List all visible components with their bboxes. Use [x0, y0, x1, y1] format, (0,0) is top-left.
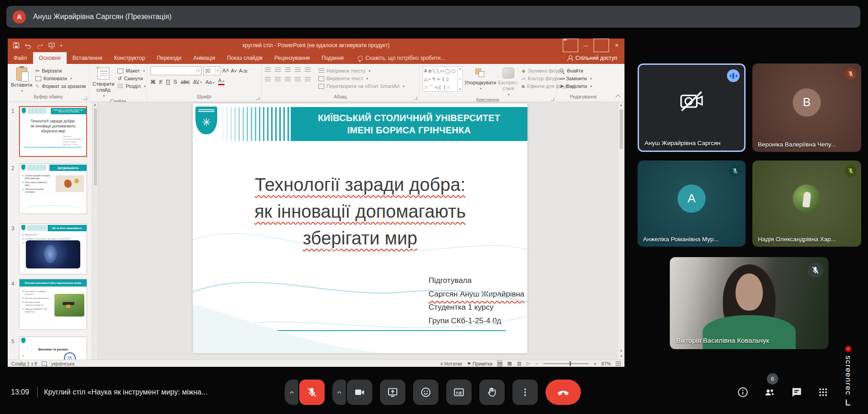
- slideshow-icon[interactable]: [49, 42, 55, 49]
- raise-hand-button[interactable]: [479, 380, 505, 405]
- align-center-icon[interactable]: [275, 77, 281, 83]
- end-call-button[interactable]: [546, 380, 581, 405]
- grow-font-button[interactable]: А˄: [222, 68, 229, 74]
- scroll-up-arrow[interactable]: ▲: [619, 103, 623, 107]
- meeting-details-button[interactable]: [737, 386, 749, 398]
- mic-options-button[interactable]: [285, 380, 298, 405]
- reactions-button[interactable]: [413, 380, 439, 405]
- drawing-dialog-launcher[interactable]: [551, 97, 554, 101]
- select-button[interactable]: ➤Виділити▾: [560, 83, 592, 89]
- next-slide-button[interactable]: ▼: [620, 355, 623, 358]
- camera-options-button[interactable]: [332, 380, 346, 405]
- text-direction-button[interactable]: Напрямок тексту▾: [318, 68, 405, 74]
- notes-toggle[interactable]: ≡ Нотатки: [440, 361, 462, 366]
- tab-transitions[interactable]: Переходи: [151, 52, 187, 64]
- people-button[interactable]: [764, 386, 775, 398]
- shadow-button[interactable]: S: [174, 79, 177, 85]
- minimize-button[interactable]: —: [578, 39, 594, 52]
- more-options-button[interactable]: [512, 380, 538, 405]
- bold-button[interactable]: Ж: [151, 79, 156, 85]
- slide-thumbnail-2[interactable]: Актуальність Сучасні конфлікти складні, …: [19, 163, 87, 214]
- line-spacing-icon[interactable]: [305, 68, 311, 73]
- current-slide[interactable]: ✳ КИЇВСЬКИЙ СТОЛИЧНИЙ УНІВЕРСИТЕТ ІМЕНІ …: [193, 103, 527, 353]
- underline-button[interactable]: П: [166, 79, 170, 85]
- align-text-button[interactable]: Вирівняти текст▾: [318, 76, 405, 82]
- save-icon[interactable]: [13, 42, 20, 49]
- slideshow-button[interactable]: ▷: [527, 360, 530, 366]
- previous-slide-button[interactable]: ▲: [620, 349, 623, 352]
- font-color-button[interactable]: A▾: [218, 78, 224, 85]
- zoom-slider[interactable]: [543, 363, 589, 364]
- slide-thumbnail-1[interactable]: КИЇВСЬКИЙ СТОЛИЧНИЙ УНІВЕРСИТЕТ ІМЕНІ БО…: [19, 106, 87, 157]
- increase-indent-icon[interactable]: [295, 68, 301, 73]
- replace-button[interactable]: abЗамінити▾: [560, 76, 592, 82]
- camera-button[interactable]: [347, 380, 372, 405]
- tab-slideshow[interactable]: Показ слайдів: [221, 52, 268, 64]
- participant-tile-viktoriia-video[interactable]: Вікторія Василівна Ковальчук: [670, 257, 829, 349]
- tab-home[interactable]: Основне: [33, 52, 67, 64]
- tab-design[interactable]: Конструктор: [108, 52, 151, 64]
- captions-button[interactable]: [446, 380, 472, 405]
- find-button[interactable]: Знайти: [560, 68, 592, 74]
- comments-toggle[interactable]: ⚑ Примітки: [467, 361, 493, 366]
- slide-sorter-button[interactable]: ▦: [507, 360, 512, 366]
- participant-tile-veronika[interactable]: В Вероніка Валеріївна Чепу...: [752, 63, 861, 152]
- powerpoint-titlebar[interactable]: ▾ круглий стіл - PowerPoint (не вдалося …: [8, 39, 624, 52]
- align-right-icon[interactable]: [285, 77, 291, 83]
- font-name-combo[interactable]: ▾: [151, 66, 201, 75]
- tab-file[interactable]: Файл: [8, 52, 33, 64]
- cut-button[interactable]: ✂Вирізати: [35, 68, 86, 74]
- format-painter-button[interactable]: ✎Формат за зразком: [35, 83, 86, 89]
- bullets-icon[interactable]: [265, 68, 271, 73]
- strikethrough-button[interactable]: abc: [181, 79, 190, 85]
- reset-button[interactable]: ↺Скинути: [117, 76, 146, 82]
- undo-icon[interactable]: [25, 42, 31, 49]
- tab-insert[interactable]: Вставлення: [67, 52, 108, 64]
- reading-view-button[interactable]: ▥: [517, 360, 522, 366]
- scroll-up-arrow[interactable]: ▲: [93, 103, 97, 106]
- font-dialog-launcher[interactable]: [256, 97, 259, 100]
- zoom-level[interactable]: 87%: [601, 361, 611, 366]
- ribbon-display-options-button[interactable]: [563, 39, 578, 52]
- decrease-indent-icon[interactable]: [285, 68, 291, 73]
- shapes-gallery[interactable]: A≣╲╲▭◯▢△⌐↰⇨⇩▯☆⌒∿{ }☆ ▲≡▼: [423, 66, 463, 92]
- thumbnails-scrollbar[interactable]: ▲: [92, 102, 98, 360]
- participant-tile-nadiia[interactable]: Надія Олександрівна Хар...: [752, 161, 861, 247]
- clear-formatting-button[interactable]: А⌫: [239, 68, 248, 73]
- participant-tile-anush[interactable]: Ануш Жирайрівна Саргсян: [638, 63, 746, 152]
- convert-smartart-button[interactable]: Перетворити на об'єкт SmartArt▾: [318, 83, 405, 89]
- normal-view-button[interactable]: ▤: [497, 360, 502, 366]
- activities-button[interactable]: [817, 386, 829, 398]
- present-button[interactable]: [380, 380, 405, 405]
- quick-styles-button[interactable]: Експрес-стилі▾: [498, 66, 518, 97]
- copy-button[interactable]: Копіювати▾: [35, 76, 86, 82]
- tab-animations[interactable]: Анімація: [187, 52, 221, 64]
- slide-scrollbar[interactable]: ▲ ▲ ▼: [618, 102, 624, 360]
- tab-view[interactable]: Подання: [316, 52, 349, 64]
- maximize-button[interactable]: [594, 39, 609, 52]
- new-slide-button[interactable]: Створити слайд▾: [93, 66, 114, 99]
- change-case-button[interactable]: Aa▾: [205, 79, 214, 85]
- slide-thumbnail-5[interactable]: Виклики та ризики ⚖: [19, 336, 87, 360]
- shrink-font-button[interactable]: А˅: [231, 68, 237, 73]
- close-button[interactable]: ✕: [609, 39, 624, 52]
- slide-thumbnail-4[interactable]: Основні можливості ШІ у миротворчих місі…: [19, 279, 87, 330]
- italic-button[interactable]: К: [159, 79, 162, 85]
- shapes-scrollbar[interactable]: ▲≡▼: [457, 67, 462, 91]
- proofing-icon[interactable]: [42, 361, 47, 366]
- paste-button[interactable]: Вставити▾: [11, 66, 32, 94]
- layout-button[interactable]: Макет▾: [117, 68, 146, 74]
- chat-button[interactable]: [790, 386, 802, 398]
- zoom-out-button[interactable]: −: [536, 361, 538, 366]
- tell-me-box[interactable]: Скажіть, що потрібно зробити...: [358, 52, 445, 64]
- clipboard-dialog-launcher[interactable]: [84, 97, 87, 100]
- collapse-ribbon-button[interactable]: [615, 94, 620, 99]
- tab-review[interactable]: Рецензування: [268, 52, 316, 64]
- participant-tile-anzhelika[interactable]: А Анжеліка Романівна Мур...: [638, 161, 746, 247]
- columns-icon[interactable]: [305, 77, 311, 83]
- arrange-button[interactable]: Упорядкувати▾: [466, 66, 495, 97]
- font-size-combo[interactable]: 32▾: [203, 66, 220, 75]
- zoom-in-button[interactable]: +: [594, 361, 596, 366]
- slide-thumbnail-3[interactable]: ШІ та його важливість Визначення ШІ Особ…: [19, 224, 87, 274]
- slide-thumbnails-panel[interactable]: 1 КИЇВСЬКИЙ СТОЛИЧНИЙ УНІВЕРСИТЕТ ІМЕНІ …: [8, 102, 98, 360]
